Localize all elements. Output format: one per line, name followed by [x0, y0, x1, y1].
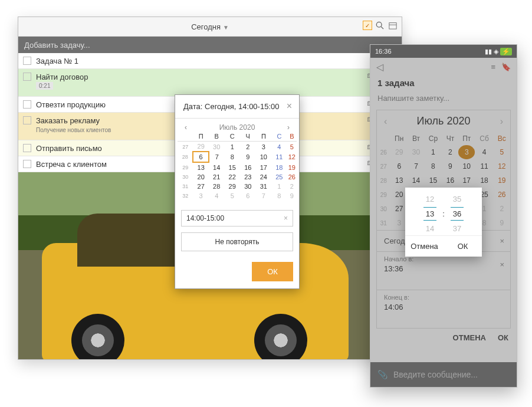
check-toggle-icon[interactable]: ✓: [363, 21, 372, 30]
calendar-day[interactable]: 30: [240, 182, 256, 191]
phone-window: 16:36▮▮◈⚡ ◁≡🔖 1 задача Напишите заметку.…: [370, 44, 517, 388]
repeat-button[interactable]: Не повторять: [181, 232, 293, 251]
date-picker-popup: Дата: Сегодня, 14:00-15:00× ‹Июль 2020› …: [175, 94, 300, 289]
calendar-day[interactable]: 4: [209, 191, 225, 201]
calendar-day[interactable]: 6: [193, 152, 209, 162]
signal-icon: ▮▮: [485, 48, 492, 55]
dropdown-arrow-icon: ▼: [223, 24, 229, 31]
calendar-grid[interactable]: ПВСЧПСВ272930123452867891011122913141516…: [178, 132, 297, 201]
battery-icon: ⚡: [500, 48, 512, 55]
wifi-icon: ◈: [494, 48, 498, 55]
svg-rect-2: [389, 23, 396, 29]
popup-title: Дата: Сегодня, 14:00-15:00: [183, 102, 279, 111]
calendar-day[interactable]: 18: [271, 162, 287, 172]
timer-badge: 0:21: [36, 82, 53, 90]
calendar-day[interactable]: 17: [256, 162, 272, 172]
calendar-day[interactable]: 26: [287, 172, 297, 182]
calendar-day[interactable]: 4: [271, 142, 287, 152]
calendar-day[interactable]: 1: [224, 142, 240, 152]
minute-wheel[interactable]: 353637: [451, 195, 464, 233]
ok-button[interactable]: ОК: [252, 262, 293, 281]
calendar-day[interactable]: 19: [287, 162, 297, 172]
add-task-input[interactable]: Добавить задачу...: [18, 37, 402, 53]
header-date-label[interactable]: Сегодня▼: [191, 22, 229, 31]
task-row[interactable]: Найти договор0:21🗓Сегодня: [18, 69, 402, 97]
calendar-day[interactable]: 11: [271, 152, 287, 162]
calendar-day[interactable]: 30: [209, 142, 225, 152]
calendar-day[interactable]: 16: [240, 162, 256, 172]
hour-wheel[interactable]: 121314: [423, 195, 436, 233]
calendar-day[interactable]: 22: [224, 172, 240, 182]
calendar-day[interactable]: 15: [224, 162, 240, 172]
task-subtitle: Получение новых клиентов: [36, 127, 111, 133]
calendar-icon[interactable]: [387, 20, 398, 31]
close-icon[interactable]: ×: [287, 101, 292, 111]
calendar-day[interactable]: 8: [271, 191, 287, 201]
calendar-day[interactable]: 29: [193, 142, 209, 152]
time-picker-dialog: 121314 : 353637 ОтменаОК: [405, 188, 482, 257]
desktop-header: Сегодня▼ ✓: [18, 17, 402, 37]
calendar-day[interactable]: 5: [287, 142, 297, 152]
calendar-day[interactable]: 5: [224, 191, 240, 201]
calendar-day[interactable]: 20: [193, 172, 209, 182]
svg-line-1: [381, 27, 383, 29]
calendar-day[interactable]: 3: [256, 142, 272, 152]
calendar-day[interactable]: 24: [256, 172, 272, 182]
tp-ok-button[interactable]: ОК: [444, 236, 482, 257]
calendar-day[interactable]: 27: [193, 182, 209, 191]
month-label: Июль 2020: [219, 123, 255, 132]
svg-point-0: [376, 22, 382, 27]
prev-month-icon[interactable]: ‹: [185, 123, 187, 132]
calendar-day[interactable]: 9: [240, 152, 256, 162]
calendar-day[interactable]: 1: [271, 182, 287, 191]
calendar-day[interactable]: 3: [193, 191, 209, 201]
time-range-input[interactable]: 14:00-15:00×: [181, 210, 293, 227]
calendar-day[interactable]: 13: [193, 162, 209, 172]
next-month-icon[interactable]: ›: [287, 123, 290, 132]
calendar-day[interactable]: 12: [287, 152, 297, 162]
calendar-day[interactable]: 29: [224, 182, 240, 191]
calendar-day[interactable]: 28: [209, 182, 225, 191]
calendar-day[interactable]: 31: [256, 182, 272, 191]
calendar-day[interactable]: 2: [287, 182, 297, 191]
calendar-day[interactable]: 2: [240, 142, 256, 152]
search-icon[interactable]: [375, 20, 385, 31]
calendar-day[interactable]: 8: [224, 152, 240, 162]
calendar-day[interactable]: 7: [256, 191, 272, 201]
calendar-day[interactable]: 25: [271, 172, 287, 182]
calendar-day[interactable]: 23: [240, 172, 256, 182]
calendar-day[interactable]: 9: [287, 191, 297, 201]
task-row[interactable]: Задача № 1🗓⚑: [18, 53, 402, 69]
calendar-day[interactable]: 10: [256, 152, 272, 162]
calendar-day[interactable]: 14: [209, 162, 225, 172]
status-bar: 16:36▮▮◈⚡: [370, 45, 517, 58]
calendar-day[interactable]: 6: [240, 191, 256, 201]
calendar-day[interactable]: 7: [209, 152, 225, 162]
clear-icon[interactable]: ×: [284, 214, 288, 222]
tp-cancel-button[interactable]: Отмена: [405, 236, 444, 257]
calendar-day[interactable]: 21: [209, 172, 225, 182]
